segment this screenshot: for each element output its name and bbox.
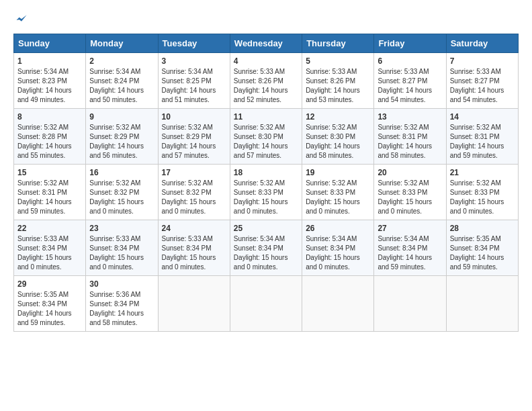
day-number: 5 [306,56,370,66]
day-info: Sunrise: 5:35 AMSunset: 8:34 PMDaylight:… [17,291,72,326]
logo [13,13,28,27]
calendar-week-row: 22 Sunrise: 5:33 AMSunset: 8:34 PMDaylig… [14,220,519,276]
weekday-header: Wednesday [230,34,302,53]
calendar-cell: 26 Sunrise: 5:34 AMSunset: 8:34 PMDaylig… [302,220,374,276]
day-number: 10 [162,112,226,122]
day-info: Sunrise: 5:32 AMSunset: 8:33 PMDaylight:… [306,179,360,215]
day-number: 28 [450,224,515,233]
calendar-cell: 2 Sunrise: 5:34 AMSunset: 8:24 PMDayligh… [86,53,158,109]
calendar-cell: 16 Sunrise: 5:32 AMSunset: 8:32 PMDaylig… [86,165,158,220]
calendar-cell: 28 Sunrise: 5:35 AMSunset: 8:34 PMDaylig… [446,220,518,276]
calendar-cell [446,276,518,332]
day-info: Sunrise: 5:33 AMSunset: 8:27 PMDaylight:… [450,68,504,103]
day-number: 17 [162,168,226,177]
calendar-cell: 22 Sunrise: 5:33 AMSunset: 8:34 PMDaylig… [14,220,86,276]
day-number: 1 [17,56,82,66]
day-info: Sunrise: 5:32 AMSunset: 8:31 PMDaylight:… [378,124,432,159]
day-info: Sunrise: 5:34 AMSunset: 8:34 PMDaylight:… [378,235,432,271]
calendar-cell: 27 Sunrise: 5:34 AMSunset: 8:34 PMDaylig… [374,220,446,276]
day-number: 6 [378,56,442,66]
calendar-cell: 1 Sunrise: 5:34 AMSunset: 8:23 PMDayligh… [14,53,86,109]
weekday-header: Friday [374,34,446,53]
calendar-cell: 9 Sunrise: 5:32 AMSunset: 8:29 PMDayligh… [86,109,158,165]
day-info: Sunrise: 5:32 AMSunset: 8:29 PMDaylight:… [162,124,216,159]
calendar-week-row: 15 Sunrise: 5:32 AMSunset: 8:31 PMDaylig… [14,165,519,220]
day-number: 26 [306,224,370,233]
day-number: 2 [89,56,154,66]
weekday-header: Monday [86,34,158,53]
day-number: 9 [89,112,154,122]
day-info: Sunrise: 5:32 AMSunset: 8:31 PMDaylight:… [450,124,504,159]
weekday-header: Saturday [446,34,518,53]
logo-text [13,13,28,27]
day-number: 8 [17,112,82,122]
day-number: 30 [89,279,154,289]
day-info: Sunrise: 5:32 AMSunset: 8:32 PMDaylight:… [89,179,144,215]
day-number: 22 [17,224,82,233]
calendar-cell: 7 Sunrise: 5:33 AMSunset: 8:27 PMDayligh… [446,53,518,109]
day-number: 20 [378,168,442,177]
day-info: Sunrise: 5:33 AMSunset: 8:34 PMDaylight:… [162,235,216,271]
day-info: Sunrise: 5:33 AMSunset: 8:26 PMDaylight:… [234,68,288,103]
day-info: Sunrise: 5:34 AMSunset: 8:34 PMDaylight:… [306,235,360,271]
day-number: 4 [234,56,298,66]
day-info: Sunrise: 5:32 AMSunset: 8:31 PMDaylight:… [17,179,72,215]
calendar-cell: 10 Sunrise: 5:32 AMSunset: 8:29 PMDaylig… [158,109,230,165]
weekday-header: Sunday [14,34,86,53]
day-info: Sunrise: 5:32 AMSunset: 8:28 PMDaylight:… [17,124,72,159]
day-info: Sunrise: 5:34 AMSunset: 8:23 PMDaylight:… [17,68,72,103]
calendar-week-row: 1 Sunrise: 5:34 AMSunset: 8:23 PMDayligh… [14,53,519,109]
day-info: Sunrise: 5:32 AMSunset: 8:33 PMDaylight:… [450,179,504,215]
day-info: Sunrise: 5:32 AMSunset: 8:30 PMDaylight:… [234,124,288,159]
day-info: Sunrise: 5:34 AMSunset: 8:25 PMDaylight:… [162,68,216,103]
day-info: Sunrise: 5:33 AMSunset: 8:34 PMDaylight:… [89,235,144,271]
day-number: 16 [89,168,154,177]
calendar-cell: 8 Sunrise: 5:32 AMSunset: 8:28 PMDayligh… [14,109,86,165]
day-info: Sunrise: 5:34 AMSunset: 8:34 PMDaylight:… [234,235,288,271]
day-number: 14 [450,112,515,122]
calendar-cell: 4 Sunrise: 5:33 AMSunset: 8:26 PMDayligh… [230,53,302,109]
calendar-cell [302,276,374,332]
day-info: Sunrise: 5:32 AMSunset: 8:32 PMDaylight:… [162,179,216,215]
calendar-cell: 17 Sunrise: 5:32 AMSunset: 8:32 PMDaylig… [158,165,230,220]
calendar-cell: 18 Sunrise: 5:32 AMSunset: 8:33 PMDaylig… [230,165,302,220]
day-number: 24 [162,224,226,233]
calendar-cell: 25 Sunrise: 5:34 AMSunset: 8:34 PMDaylig… [230,220,302,276]
calendar-cell: 24 Sunrise: 5:33 AMSunset: 8:34 PMDaylig… [158,220,230,276]
calendar-cell: 6 Sunrise: 5:33 AMSunset: 8:27 PMDayligh… [374,53,446,109]
calendar-cell: 3 Sunrise: 5:34 AMSunset: 8:25 PMDayligh… [158,53,230,109]
calendar-cell: 29 Sunrise: 5:35 AMSunset: 8:34 PMDaylig… [14,276,86,332]
day-number: 18 [234,168,298,177]
calendar-cell: 20 Sunrise: 5:32 AMSunset: 8:33 PMDaylig… [374,165,446,220]
calendar-cell: 11 Sunrise: 5:32 AMSunset: 8:30 PMDaylig… [230,109,302,165]
day-number: 29 [17,279,82,289]
day-info: Sunrise: 5:32 AMSunset: 8:29 PMDaylight:… [89,124,144,159]
calendar-week-row: 29 Sunrise: 5:35 AMSunset: 8:34 PMDaylig… [14,276,519,332]
day-number: 23 [89,224,154,233]
calendar-table: SundayMondayTuesdayWednesdayThursdayFrid… [13,34,519,332]
calendar-cell: 30 Sunrise: 5:36 AMSunset: 8:34 PMDaylig… [86,276,158,332]
calendar-cell [158,276,230,332]
day-info: Sunrise: 5:33 AMSunset: 8:34 PMDaylight:… [17,235,72,271]
day-info: Sunrise: 5:35 AMSunset: 8:34 PMDaylight:… [450,235,504,271]
day-info: Sunrise: 5:32 AMSunset: 8:33 PMDaylight:… [378,179,432,215]
day-number: 19 [306,168,370,177]
calendar-cell: 15 Sunrise: 5:32 AMSunset: 8:31 PMDaylig… [14,165,86,220]
day-number: 7 [450,56,515,66]
day-number: 21 [450,168,515,177]
logo-bird-icon [15,13,28,27]
day-info: Sunrise: 5:32 AMSunset: 8:30 PMDaylight:… [306,124,360,159]
calendar-header-row: SundayMondayTuesdayWednesdayThursdayFrid… [14,34,519,53]
day-number: 13 [378,112,442,122]
calendar-cell [230,276,302,332]
day-number: 15 [17,168,82,177]
day-info: Sunrise: 5:32 AMSunset: 8:33 PMDaylight:… [234,179,288,215]
calendar-cell: 13 Sunrise: 5:32 AMSunset: 8:31 PMDaylig… [374,109,446,165]
calendar-cell: 5 Sunrise: 5:33 AMSunset: 8:26 PMDayligh… [302,53,374,109]
calendar-cell [374,276,446,332]
calendar-cell: 12 Sunrise: 5:32 AMSunset: 8:30 PMDaylig… [302,109,374,165]
weekday-header: Thursday [302,34,374,53]
day-number: 11 [234,112,298,122]
day-info: Sunrise: 5:36 AMSunset: 8:34 PMDaylight:… [89,291,144,326]
day-number: 25 [234,224,298,233]
